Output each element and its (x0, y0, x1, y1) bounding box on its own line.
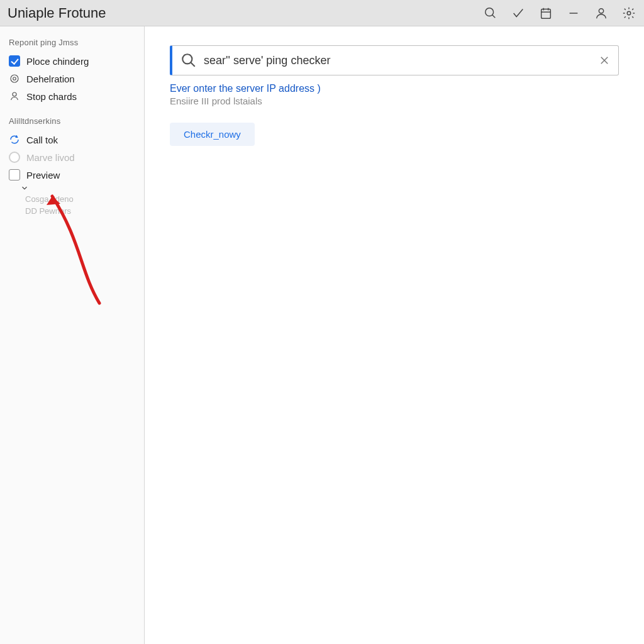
search-field-wrapper[interactable] (170, 45, 619, 75)
sidebar-item-label: Stop chards (26, 91, 77, 102)
sidebar-item-call-tok[interactable]: Call tok (8, 131, 138, 148)
hint-secondary: Ensiire III prod lstaials (170, 96, 619, 106)
svg-point-8 (627, 11, 631, 15)
gear-icon[interactable] (621, 6, 636, 21)
svg-point-9 (11, 75, 18, 82)
search-icon (180, 52, 197, 69)
sidebar-item-dehelration[interactable]: Dehelration (8, 70, 138, 87)
title-bar: Uniaple Frotune (0, 0, 644, 26)
sidebar-item-preview[interactable]: Preview (8, 166, 138, 184)
circle-icon (9, 73, 20, 84)
checkmark-icon[interactable] (511, 6, 526, 21)
search-icon[interactable] (483, 6, 498, 21)
sidebar-item-label: Ploce chinderg (26, 56, 89, 67)
sidebar-subitem[interactable]: DD Pewnars (25, 206, 138, 216)
sidebar-item-label: Call tok (26, 135, 58, 145)
hint-primary: Ever onter the server IP address ) (170, 83, 619, 94)
svg-line-14 (191, 62, 195, 67)
clear-icon[interactable] (598, 54, 611, 67)
chevron-down-icon[interactable] (20, 184, 138, 194)
check-now-button[interactable]: Checkr_nowy (170, 123, 255, 146)
svg-point-10 (13, 77, 16, 80)
sidebar-item-stop-chards[interactable]: Stop chards (8, 87, 138, 105)
search-input[interactable] (204, 54, 598, 67)
minimize-icon[interactable] (566, 6, 581, 21)
sidebar-item-label: Preview (26, 170, 60, 180)
checkbox-empty-icon[interactable] (9, 169, 20, 180)
sidebar-section-title-1: Reponit ping Jmss (9, 38, 138, 47)
radio-icon[interactable] (9, 152, 20, 163)
sidebar-item-label: Marve livod (26, 152, 75, 163)
sidebar-item-place-chinderg[interactable]: Ploce chinderg (8, 52, 138, 70)
svg-rect-2 (541, 9, 551, 18)
sidebar-section-title-2: Alilltdnserkins (9, 116, 138, 126)
sidebar-item-marve-livod[interactable]: Marve livod (8, 148, 138, 166)
sidebar: Reponit ping Jmss Ploce chinderg Dehelra… (0, 26, 145, 644)
svg-line-1 (492, 14, 496, 18)
svg-point-13 (182, 54, 192, 64)
window-toolbar (483, 6, 636, 21)
main-panel: Ever onter the server IP address ) Ensii… (145, 26, 644, 644)
app-title: Uniaple Frotune (8, 5, 106, 21)
svg-point-11 (13, 92, 16, 96)
user-outline-icon (9, 91, 20, 102)
checkbox-icon[interactable] (9, 55, 20, 67)
sidebar-subitem[interactable]: Cosga tideno (25, 194, 138, 204)
svg-point-0 (486, 8, 494, 16)
user-icon[interactable] (594, 6, 609, 21)
sidebar-item-label: Dehelration (26, 74, 75, 84)
refresh-icon (9, 134, 20, 145)
svg-point-7 (599, 8, 603, 13)
calendar-icon[interactable] (538, 6, 553, 21)
